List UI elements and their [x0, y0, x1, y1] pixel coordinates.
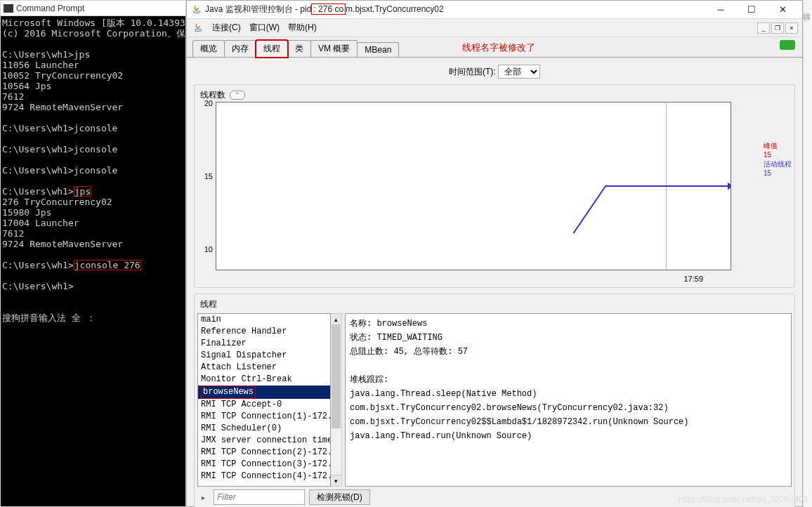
tab-vm[interactable]: VM 概要 [310, 40, 358, 57]
legend-live-value: 15 [764, 169, 792, 178]
tab-overview[interactable]: 概览 [192, 40, 225, 57]
detail-name: browseNews [376, 319, 427, 329]
svg-point-0 [193, 11, 200, 13]
cmd-highlight-jconsole: jconsole 276 [74, 260, 141, 270]
tab-threads[interactable]: 线程 [256, 40, 288, 58]
window-controls: ─ ☐ ✕ [705, 1, 798, 18]
cmd-highlight-jps: jps [74, 186, 91, 197]
thread-item[interactable]: RMI TCP Connection(4)-172.16.0 [198, 470, 330, 482]
scroll-up-button[interactable]: ▴ [331, 314, 341, 325]
mdi-restore[interactable]: ❐ [771, 22, 784, 34]
thread-item[interactable]: RMI Scheduler(0) [198, 423, 330, 435]
thread-item[interactable]: main [198, 314, 330, 326]
command-prompt-window: Command Prompt Microsoft Windows [版本 10.… [0, 0, 186, 507]
cmd-icon [4, 4, 13, 13]
minimize-button[interactable]: ─ [705, 1, 736, 18]
cmd-titlebar[interactable]: Command Prompt [1, 1, 185, 16]
y-tick-15: 15 [200, 172, 213, 180]
thread-item[interactable]: JMX server connection timeout [198, 435, 330, 447]
java-icon [191, 4, 202, 15]
thread-item[interactable]: Reference Handler [198, 326, 330, 338]
connection-status-icon [780, 40, 795, 50]
detail-blocked: 45, [393, 347, 409, 357]
chart-title-row: 线程数 ⌃ [197, 88, 792, 103]
thread-list[interactable]: mainReference HandlerFinalizerSignal Dis… [197, 313, 331, 487]
threads-tab-content: 时间范围(T): 全部 线程数 ⌃ 20 15 10 17:59 峰值 15 [187, 58, 802, 507]
expand-arrow-icon[interactable]: ▸ [197, 494, 209, 501]
jconsole-titlebar[interactable]: Java 监视和管理控制台 - pid: 276 com.bjsxt.TryCo… [187, 1, 802, 19]
threads-panel-title: 线程 [197, 297, 792, 312]
y-tick-10: 10 [200, 245, 213, 253]
annotation-text: 线程名字被修改了 [462, 41, 535, 54]
stack-line: com.bjsxt.TryConcurrency02.browseNews(Tr… [350, 401, 787, 415]
thread-item[interactable]: RMI TCP Connection(2)-172.16.0 [198, 447, 330, 459]
jconsole-title: Java 监视和管理控制台 - pid: 276 com.bjsxt.TryCo… [205, 4, 705, 15]
thread-item[interactable]: Signal Dispatcher [198, 350, 330, 362]
thread-count-chart-panel: 线程数 ⌃ 20 15 10 17:59 峰值 15 活动线程 15 [194, 84, 795, 288]
chart-collapse-button[interactable]: ⌃ [230, 91, 245, 100]
legend-peak-value: 15 [764, 150, 792, 159]
tab-memory[interactable]: 内存 [224, 40, 256, 57]
menu-help[interactable]: 帮助(H) [285, 20, 320, 35]
tab-mbeans[interactable]: MBean [357, 42, 399, 57]
chart-plot-area[interactable] [216, 102, 731, 270]
ime-status: 搜狗拼音输入法 全 ： [2, 312, 96, 323]
thread-item[interactable]: Attach Listener [198, 362, 330, 374]
thread-item[interactable]: browseNews [198, 386, 330, 399]
stack-line: java.lang.Thread.run(Unknown Source) [350, 429, 787, 443]
y-tick-20: 20 [200, 99, 213, 107]
mdi-minimize[interactable]: _ [757, 22, 770, 34]
thread-item[interactable]: Monitor Ctrl-Break [198, 374, 330, 386]
chart-svg [216, 103, 731, 270]
tab-classes[interactable]: 类 [287, 40, 311, 57]
x-tick-time: 17:59 [683, 275, 703, 283]
filter-input[interactable] [214, 489, 305, 505]
legend-live-label: 活动线程 [764, 159, 792, 169]
jconsole-menubar: 连接(C) 窗口(W) 帮助(H) _ ❐ × [187, 19, 802, 37]
cmd-title: Command Prompt [16, 4, 84, 13]
jconsole-window: Java 监视和管理控制台 - pid: 276 com.bjsxt.TryCo… [186, 0, 803, 507]
stack-line: com.bjsxt.TryConcurrency02$$Lambda$1/182… [350, 415, 787, 429]
mdi-controls: _ ❐ × [757, 22, 798, 34]
menu-connect[interactable]: 连接(C) [209, 20, 244, 35]
stack-trace-label: 堆栈跟踪: [350, 373, 787, 387]
time-range-select[interactable]: 全部 [498, 65, 540, 79]
watermark: https://blog.csdn.net/qq_32097903 [679, 494, 808, 504]
legend-peak-label: 峰值 [764, 141, 792, 150]
thread-item[interactable]: Finalizer [198, 338, 330, 350]
scroll-down-button[interactable]: ▾ [331, 475, 341, 486]
menu-window[interactable]: 窗口(W) [247, 20, 282, 35]
thread-item[interactable]: RMI TCP Connection(1)-172.16.0 [198, 411, 330, 423]
time-range-label: 时间范围(T): [449, 67, 496, 77]
scroll-thumb[interactable] [332, 325, 341, 428]
time-range-row: 时间范围(T): 全部 [194, 62, 795, 84]
maximize-button[interactable]: ☐ [736, 1, 767, 18]
thread-item[interactable]: RMI TCP Accept-0 [198, 399, 330, 411]
title-pid-highlight: : 276 co [311, 4, 346, 15]
thread-list-scrollbar[interactable]: ▴ ▾ [331, 313, 342, 487]
thread-detail[interactable]: 名称: browseNews 状态: TIMED_WAITING 总阻止数: 4… [345, 313, 792, 487]
svg-point-1 [195, 29, 202, 31]
stack-line: java.lang.Thread.sleep(Native Method) [350, 387, 787, 401]
java-icon [192, 22, 204, 34]
svg-marker-3 [728, 183, 731, 190]
threads-panel: 线程 mainReference HandlerFinalizerSignal … [194, 294, 795, 507]
cmd-output[interactable]: Microsoft Windows [版本 10.0.14393 (c) 201… [1, 16, 185, 506]
chart-legend: 峰值 15 活动线程 15 [764, 141, 792, 178]
detect-deadlock-button[interactable]: 检测死锁(D) [309, 489, 370, 505]
thread-item[interactable]: RMI TCP Connection(3)-172.16.0 [198, 459, 330, 470]
detail-waited: 57 [458, 347, 468, 357]
mdi-close[interactable]: × [785, 22, 798, 34]
close-button[interactable]: ✕ [767, 1, 798, 18]
right-edge-strip: 得 [803, 0, 812, 507]
detail-state: TIMED_WAITING [376, 333, 443, 343]
